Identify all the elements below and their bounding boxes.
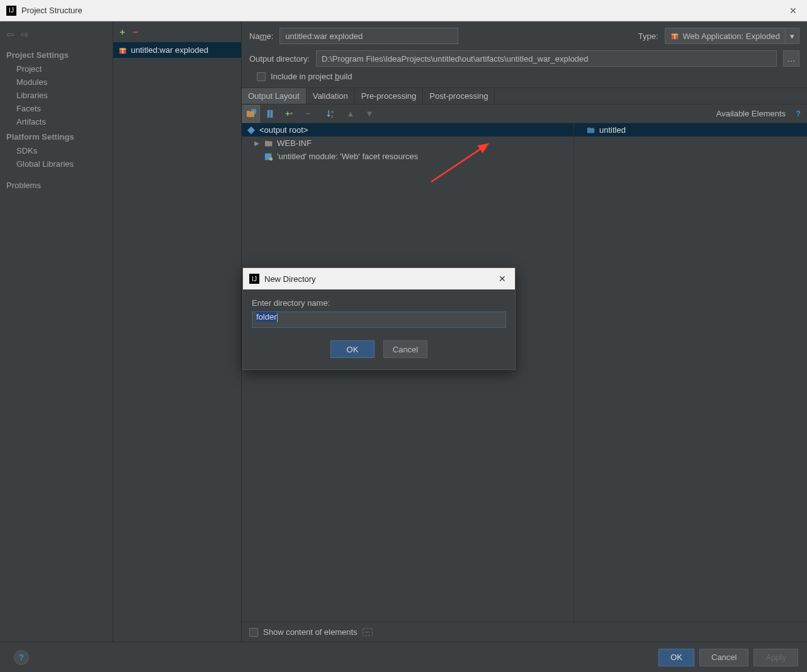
folder-icon	[264, 139, 273, 148]
sidebar-header-project-settings: Project Settings	[0, 47, 113, 62]
window-close-button[interactable]: ✕	[786, 6, 801, 16]
tree-node-webinf[interactable]: ▶ WEB-INF	[242, 137, 573, 150]
modal-app-icon: IJ	[249, 274, 259, 284]
available-elements-tree: untitled	[574, 123, 807, 622]
include-in-build-checkbox[interactable]	[257, 72, 266, 81]
footer-help-button[interactable]: ?	[14, 650, 29, 665]
tab-validation[interactable]: Validation	[307, 88, 355, 104]
svg-text:a: a	[331, 109, 334, 114]
svg-point-19	[269, 157, 273, 160]
artifact-list-item[interactable]: untitled:war exploded	[113, 42, 241, 58]
web-facet-icon	[264, 152, 273, 161]
artifact-icon	[118, 46, 127, 55]
expand-icon[interactable]: ▶	[254, 140, 261, 147]
dialog-footer: ? OK Cancel Apply	[0, 642, 807, 672]
footer-cancel-button[interactable]: Cancel	[699, 649, 748, 666]
sidebar-item-libraries[interactable]: Libraries	[0, 89, 113, 102]
svg-rect-7	[247, 111, 250, 113]
name-label: Name:	[249, 31, 273, 41]
show-content-row: Show content of elements ···	[242, 622, 807, 642]
output-root-icon	[247, 126, 256, 135]
include-in-build-label: Include in project build	[271, 72, 352, 81]
sidebar-item-artifacts[interactable]: Artifacts	[0, 115, 113, 128]
name-input[interactable]	[279, 28, 458, 44]
module-icon	[587, 126, 595, 135]
modal-title: New Directory	[264, 274, 496, 284]
svg-rect-21	[587, 127, 590, 129]
modal-label: Enter directory name:	[252, 298, 506, 308]
modal-cancel-button[interactable]: Cancel	[383, 340, 427, 358]
modal-titlebar: IJ New Directory ✕	[243, 268, 515, 289]
available-item-untitled[interactable]: untitled	[574, 123, 807, 137]
artifact-list-panel: + − untitled:war exploded	[113, 21, 242, 642]
webinf-label: WEB-INF	[277, 138, 312, 148]
show-content-label: Show content of elements	[263, 627, 358, 637]
move-up-button[interactable]: ▲	[342, 105, 359, 123]
tab-preprocessing[interactable]: Pre-processing	[355, 88, 423, 104]
sidebar-item-global-libraries[interactable]: Global Libraries	[0, 157, 113, 171]
svg-rect-2	[122, 48, 123, 53]
artifact-type-icon	[670, 31, 679, 40]
footer-apply-button[interactable]: Apply	[753, 649, 798, 666]
output-tree: <output root> ▶ WEB-INF 'untitled' modul…	[242, 123, 574, 622]
facet-label: 'untitled' module: 'Web' facet resources	[277, 152, 418, 161]
tab-output-layout[interactable]: Output Layout	[242, 88, 307, 104]
untitled-label: untitled	[599, 125, 626, 135]
sort-button[interactable]: az	[323, 105, 341, 123]
nav-back-icon[interactable]: ⇦	[6, 29, 14, 40]
svg-rect-12	[269, 109, 271, 117]
output-dir-input[interactable]	[316, 50, 777, 67]
svg-rect-17	[265, 140, 268, 142]
tree-node-output-root[interactable]: <output root>	[242, 123, 573, 137]
add-artifact-button[interactable]: +	[120, 26, 125, 37]
help-icon[interactable]: ?	[789, 109, 807, 118]
window-title: Project Structure	[21, 6, 786, 15]
modal-ok-button[interactable]: OK	[330, 340, 375, 358]
svg-marker-15	[247, 126, 255, 133]
move-down-button[interactable]: ▼	[361, 105, 378, 123]
add-copy-button[interactable]: +▾	[280, 105, 298, 123]
settings-sidebar: ⇦ ⇨ Project Settings Project Modules Lib…	[0, 21, 113, 642]
output-layout-toolbar: +▾ − az ▲ ▼ Available Elements ?	[242, 104, 807, 123]
footer-ok-button[interactable]: OK	[658, 649, 694, 666]
type-value: Web Application: Exploded	[683, 31, 780, 41]
available-elements-label: Available Elements	[379, 109, 789, 118]
nav-forward-icon[interactable]: ⇨	[21, 29, 29, 40]
svg-rect-5	[674, 34, 675, 40]
sidebar-item-project[interactable]: Project	[0, 62, 113, 76]
show-content-ellipsis[interactable]: ···	[363, 628, 373, 636]
output-root-label: <output root>	[259, 125, 308, 135]
sidebar-header-platform-settings: Platform Settings	[0, 128, 113, 144]
new-directory-dialog: IJ New Directory ✕ Enter directory name:…	[242, 267, 516, 370]
modal-close-button[interactable]: ✕	[496, 274, 509, 284]
sidebar-item-facets[interactable]: Facets	[0, 102, 113, 115]
svg-text:z: z	[331, 114, 334, 118]
remove-button[interactable]: −	[299, 105, 317, 123]
sidebar-item-problems[interactable]: Problems	[0, 177, 113, 193]
window-titlebar: IJ Project Structure ✕	[0, 0, 807, 21]
sidebar-item-sdks[interactable]: SDKs	[0, 144, 113, 157]
show-content-checkbox[interactable]	[249, 628, 258, 637]
type-combo[interactable]: Web Application: Exploded ▾	[665, 28, 799, 44]
create-directory-button[interactable]	[242, 105, 260, 123]
remove-artifact-button[interactable]: −	[133, 26, 138, 37]
type-label: Type:	[638, 31, 658, 41]
output-dir-label: Output directory:	[249, 54, 310, 64]
app-icon: IJ	[6, 6, 16, 16]
sidebar-item-modules[interactable]: Modules	[0, 76, 113, 89]
create-archive-button[interactable]	[261, 105, 279, 123]
artifact-tabs: Output Layout Validation Pre-processing …	[242, 87, 807, 104]
browse-output-dir-button[interactable]: …	[783, 50, 799, 67]
directory-name-input[interactable]: folder	[252, 311, 506, 328]
tree-node-facet[interactable]: 'untitled' module: 'Web' facet resources	[242, 150, 573, 163]
artifact-name: untitled:war exploded	[131, 45, 208, 55]
type-dropdown-arrow-icon[interactable]: ▾	[786, 28, 799, 44]
tab-postprocessing[interactable]: Post-processing	[423, 88, 495, 104]
